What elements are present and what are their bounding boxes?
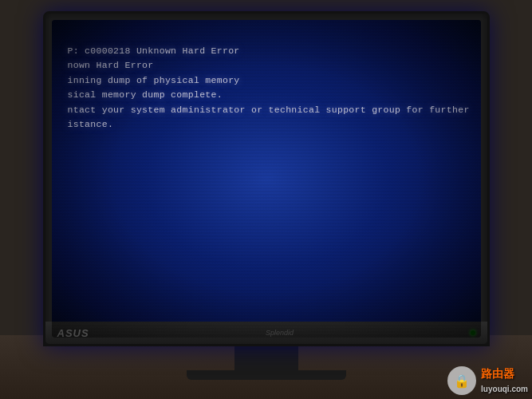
splendid-label: Splendid [266,329,294,337]
watermark: 🔒 路由器luyouqi.com [447,366,528,395]
bsod-screen: P: c0000218 Unknown Hard Error nown Hard… [52,20,481,338]
power-led [471,330,475,335]
watermark-text: 路由器luyouqi.com [481,367,528,394]
monitor-bezel: P: c0000218 Unknown Hard Error nown Hard… [52,20,481,338]
watermark-icon: 🔒 [447,366,476,395]
bsod-text: P: c0000218 Unknown Hard Error nown Hard… [68,44,465,132]
monitor-bottom-bar: ASUS Splendid [45,322,487,344]
monitor-outer: P: c0000218 Unknown Hard Error nown Hard… [43,11,490,346]
monitor-stand-base [187,370,346,380]
bsod-content: P: c0000218 Unknown Hard Error nown Hard… [68,44,465,322]
asus-brand-label: ASUS [57,327,89,339]
monitor: P: c0000218 Unknown Hard Error nown Hard… [43,35,490,380]
monitor-stand-neck [234,346,298,370]
